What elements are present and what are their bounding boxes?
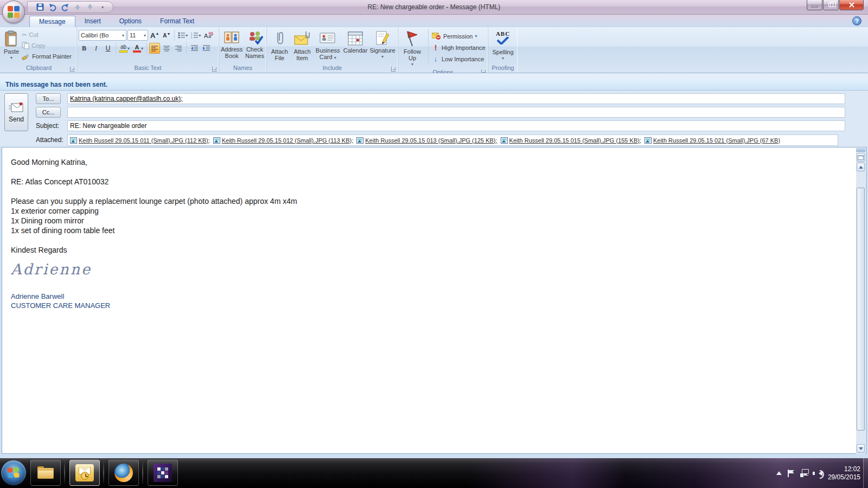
include-dialog-launcher[interactable] bbox=[391, 67, 396, 72]
calendar-button[interactable]: Calendar bbox=[342, 29, 368, 54]
paste-icon bbox=[4, 30, 18, 47]
split-handle[interactable] bbox=[856, 148, 865, 152]
info-bar-message: This message has not been sent. bbox=[5, 81, 107, 88]
taskbar-item-firefox[interactable] bbox=[108, 460, 139, 486]
network-tray-button[interactable] bbox=[800, 469, 811, 478]
signature-button[interactable]: Signature ▾ bbox=[369, 29, 396, 61]
attachment-item[interactable]: Keith Russell 29.05.15 021 (Small).JPG (… bbox=[644, 137, 780, 144]
vertical-scrollbar[interactable] bbox=[856, 148, 865, 454]
check-names-button[interactable]: Check Names bbox=[244, 29, 265, 60]
previous-item-button[interactable] bbox=[73, 2, 82, 12]
font-color-button[interactable]: A ▾ bbox=[132, 43, 144, 54]
high-importance-button[interactable]: ! High Importance bbox=[432, 42, 486, 53]
undo-button[interactable] bbox=[48, 2, 58, 12]
taskbar-item-grid-app[interactable] bbox=[148, 460, 178, 486]
tray-expand-button[interactable] bbox=[776, 471, 782, 475]
attach-file-button[interactable]: Attach File bbox=[269, 29, 291, 62]
attachment-item[interactable]: Keith Russell 29.05.15 013 (Small).JPG (… bbox=[356, 137, 497, 144]
tab-format-text[interactable]: Format Text bbox=[151, 16, 203, 27]
reference-line: RE: Atlas Concept AT010032 bbox=[11, 177, 833, 187]
image-file-icon bbox=[644, 137, 652, 144]
highlight-button[interactable]: ab ▾ bbox=[118, 43, 131, 54]
tab-message[interactable]: Message bbox=[29, 16, 75, 27]
to-recipient[interactable]: Katrina (katrina.capper@atlaslh.co.uk); bbox=[70, 95, 183, 102]
align-left-button[interactable] bbox=[149, 43, 160, 54]
font-name-select[interactable]: Calibri (Bo ▾ bbox=[79, 30, 126, 41]
tab-insert[interactable]: Insert bbox=[75, 16, 110, 27]
network-icon bbox=[800, 469, 811, 478]
chevron-down-icon: ▾ bbox=[144, 33, 146, 38]
permission-button[interactable]: Permission ▾ bbox=[432, 31, 486, 41]
paste-button[interactable]: Paste ▾ bbox=[3, 29, 20, 62]
save-button[interactable] bbox=[35, 2, 45, 12]
tab-options[interactable]: Options bbox=[110, 16, 151, 27]
align-right-button[interactable] bbox=[173, 43, 184, 54]
chevron-down-icon: ▾ bbox=[502, 55, 504, 62]
cc-field[interactable] bbox=[67, 107, 845, 118]
attachment-item[interactable]: Keith Russell 29.05.15 015 (Small).JPG (… bbox=[501, 137, 641, 144]
taskbar-item-explorer[interactable] bbox=[30, 460, 61, 486]
message-body[interactable]: Good Morning Katrina, RE: Atlas Concept … bbox=[2, 147, 866, 454]
taskbar-item-outlook[interactable] bbox=[69, 460, 100, 486]
scroll-down-button[interactable] bbox=[857, 444, 865, 453]
office-logo-icon bbox=[8, 6, 20, 18]
underline-button[interactable]: U bbox=[103, 43, 113, 54]
cut-icon: ✂ bbox=[22, 31, 27, 38]
low-importance-button[interactable]: ↓ Low Importance bbox=[432, 54, 486, 64]
grow-font-button[interactable]: A▲ bbox=[149, 30, 160, 41]
bullets-button[interactable]: ▾ bbox=[177, 30, 189, 41]
redo-button[interactable] bbox=[60, 2, 70, 12]
align-center-button[interactable] bbox=[161, 43, 172, 54]
scrollbar-track[interactable] bbox=[857, 172, 865, 442]
restore-button[interactable] bbox=[823, 0, 839, 10]
calendar-icon bbox=[348, 30, 363, 46]
follow-up-button[interactable]: Follow Up ▾ bbox=[400, 29, 425, 68]
customize-qat-button[interactable]: ▾ bbox=[98, 2, 107, 12]
action-center-flag-button[interactable] bbox=[787, 469, 795, 478]
attached-field[interactable]: Keith Russell 29.05.15 011 (Small).JPG (… bbox=[67, 134, 838, 146]
office-button[interactable] bbox=[2, 1, 25, 23]
minimize-button[interactable] bbox=[807, 0, 822, 10]
attachment-item[interactable]: Keith Russell 29.05.15 011 (Small).JPG (… bbox=[70, 137, 210, 144]
decrease-indent-button[interactable] bbox=[189, 43, 200, 54]
attach-item-button[interactable]: Attach Item bbox=[291, 29, 314, 62]
close-button[interactable] bbox=[839, 0, 864, 10]
cc-button[interactable]: Cc... bbox=[36, 107, 61, 118]
help-button[interactable]: ? bbox=[852, 16, 861, 25]
bold-button[interactable]: B bbox=[79, 43, 90, 54]
next-item-button[interactable] bbox=[85, 2, 95, 12]
request-line: Please can you supply a replacement loun… bbox=[11, 196, 833, 206]
clipboard-dialog-launcher[interactable] bbox=[70, 67, 75, 72]
format-painter-button[interactable]: Format Painter bbox=[20, 52, 73, 61]
font-size-select[interactable]: 11 ▾ bbox=[127, 30, 148, 41]
basic-text-dialog-launcher[interactable] bbox=[212, 67, 217, 72]
spelling-button[interactable]: ABC Spelling ▾ bbox=[490, 29, 516, 62]
paperclip-icon bbox=[275, 30, 284, 47]
scrollbar-thumb[interactable] bbox=[857, 188, 865, 431]
bullets-icon bbox=[178, 32, 186, 38]
numbering-button[interactable]: 123 ▾ bbox=[190, 30, 202, 41]
clear-formatting-button[interactable]: Aa bbox=[203, 30, 214, 41]
chevron-down-icon: ▾ bbox=[186, 33, 188, 38]
show-desktop-button[interactable] bbox=[863, 458, 868, 488]
cut-button[interactable]: ✂ Cut bbox=[20, 30, 73, 40]
window-background-strip bbox=[0, 73, 868, 79]
shrink-font-button[interactable]: A▼ bbox=[161, 30, 172, 41]
copy-button[interactable]: Copy bbox=[20, 41, 73, 50]
info-bar: This message has not been sent. bbox=[0, 79, 868, 91]
subject-field[interactable]: RE: New chargeable order bbox=[67, 120, 845, 131]
attachment-item[interactable]: Keith Russell 29.05.15 012 (Small).JPG (… bbox=[213, 137, 354, 144]
volume-tray-button[interactable] bbox=[816, 471, 822, 476]
taskbar-clock[interactable]: 12:02 29/05/2015 bbox=[828, 465, 860, 481]
to-field[interactable]: Katrina (katrina.capper@atlaslh.co.uk); bbox=[67, 93, 845, 104]
ruler-toggle-button[interactable] bbox=[857, 153, 865, 162]
business-card-button[interactable]: Business Card ▾ bbox=[314, 29, 342, 62]
to-button[interactable]: To... bbox=[36, 93, 61, 104]
increase-indent-button[interactable] bbox=[201, 43, 212, 54]
chevron-down-icon: ▾ bbox=[10, 55, 12, 61]
start-button[interactable] bbox=[1, 460, 26, 485]
send-button[interactable]: Send bbox=[4, 93, 28, 131]
italic-button[interactable]: I bbox=[91, 43, 101, 54]
scroll-up-button[interactable] bbox=[857, 163, 865, 171]
address-book-button[interactable]: Address Book bbox=[220, 29, 243, 60]
